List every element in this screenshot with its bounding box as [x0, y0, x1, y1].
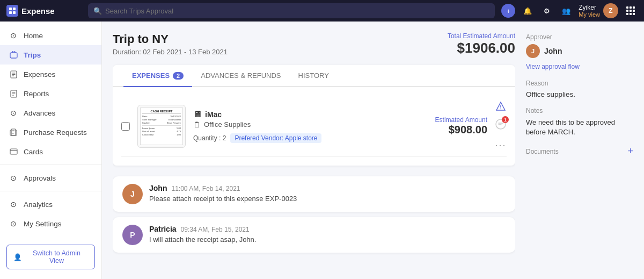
tab-expenses[interactable]: EXPENSES 2 — [123, 65, 192, 87]
expense-info: 🖥 iMac 🗒 Office Supplies Quantity : 2 — [193, 110, 428, 143]
rp-add-document-button[interactable]: + — [627, 146, 633, 157]
trip-total-amount: $1906.00 — [448, 40, 515, 56]
switch-admin-icon: 👤 — [13, 253, 22, 261]
people-button[interactable]: 👥 — [559, 4, 573, 18]
home-icon: ⊙ — [9, 31, 18, 40]
trip-amount-block: Total Estimated Amount $1906.00 — [448, 32, 515, 56]
expenses-icon — [9, 69, 18, 79]
trips-icon — [9, 50, 18, 60]
comment-text-patricia: I will attach the receipt asap, John. — [149, 235, 506, 244]
sidebar-item-my-settings[interactable]: ⊙ My Settings — [0, 214, 101, 233]
vendor-name: Apple store — [285, 134, 318, 142]
sidebar-divider — [0, 164, 101, 165]
purchase-requests-icon — [9, 127, 18, 137]
comment-name-john: John — [149, 184, 167, 192]
notifications-button[interactable]: 🔔 — [521, 4, 535, 18]
comment-time-john: 11:00 AM, Feb 14, 2021 — [171, 185, 240, 192]
rp-reason-value: Office supplies. — [526, 90, 633, 98]
svg-rect-14 — [10, 149, 17, 154]
sidebar-item-purchase-requests[interactable]: Purchase Requests — [0, 123, 101, 142]
expense-icons: 1 ··· — [495, 101, 507, 151]
svg-rect-1 — [13, 8, 16, 10]
estimated-value: $908.00 — [435, 124, 487, 136]
user-profile[interactable]: Zyiker My view Z — [579, 3, 618, 18]
app-name: Expense — [21, 6, 55, 16]
tabs-panel: EXPENSES 2 ADVANCES & REFUNDS HISTORY — [113, 65, 515, 166]
topbar: Expense 🔍 + 🔔 ⚙ 👥 Zyiker My view Z — [0, 0, 644, 22]
comment-name-patricia: Patricia — [149, 225, 177, 233]
expense-category: 🗒 Office Supplies — [193, 120, 428, 129]
view-approval-flow-link[interactable]: View approval flow — [526, 63, 580, 70]
receipt-thumbnail: CASH RECEIPT Date:10/12/2022 Store manag… — [137, 105, 186, 148]
rp-docs-row: Documents + — [526, 146, 633, 157]
sidebar-label-trips: Trips — [24, 51, 41, 59]
svg-rect-0 — [9, 8, 12, 10]
rp-reason-section: Reason Office supplies. — [526, 80, 633, 98]
add-button[interactable]: + — [501, 4, 515, 18]
switch-admin-label: Switch to Admin View — [25, 249, 88, 264]
rp-documents-label: Documents — [526, 148, 559, 155]
trip-main: Trip to NY Duration: 02 Feb 2021 - 13 Fe… — [113, 32, 515, 270]
vendor-badge: Prefered Vendor: Apple store — [230, 133, 321, 143]
sidebar-label-purchase-requests: Purchase Requests — [24, 128, 87, 137]
comment-count: 1 — [502, 116, 509, 123]
cards-icon — [9, 147, 18, 156]
rp-reason-label: Reason — [526, 80, 633, 87]
comment-john: J John 11:00 AM, Feb 14, 2021 Please att… — [113, 176, 515, 212]
trip-info: Trip to NY Duration: 02 Feb 2021 - 13 Fe… — [113, 32, 228, 56]
analytics-icon: ⊙ — [9, 199, 18, 209]
rp-approver-section: Approver J John View approval flow — [526, 33, 633, 71]
sidebar-item-expenses[interactable]: Expenses — [0, 65, 101, 84]
user-avatar: Z — [603, 3, 618, 18]
rp-approver-label: Approver — [526, 33, 633, 41]
logo-icon — [6, 5, 18, 17]
sidebar-label-advances: Advances — [24, 109, 55, 117]
sidebar: ⊙ Home Trips Expenses Reports ⊙ Advances — [0, 22, 102, 279]
sidebar-item-trips[interactable]: Trips — [0, 45, 101, 65]
tab-advances-refunds[interactable]: ADVANCES & REFUNDS — [192, 65, 289, 87]
comment-header-john: John 11:00 AM, Feb 14, 2021 — [149, 184, 506, 192]
search-bar[interactable]: 🔍 — [88, 3, 495, 18]
expense-amount-block: Estimated Amount $908.00 — [435, 116, 487, 136]
sidebar-item-advances[interactable]: ⊙ Advances — [0, 103, 101, 123]
expense-name: 🖥 iMac — [193, 110, 428, 119]
content-area: Trip to NY Duration: 02 Feb 2021 - 13 Fe… — [102, 22, 644, 279]
svg-rect-4 — [10, 53, 17, 58]
sidebar-label-my-settings: My Settings — [24, 220, 62, 228]
rp-documents-section: Documents + — [526, 146, 633, 157]
approvals-icon: ⊙ — [9, 173, 18, 183]
comment-time-patricia: 09:34 AM, Feb 15, 2021 — [181, 226, 250, 233]
search-input[interactable] — [105, 7, 489, 15]
topbar-actions: + 🔔 ⚙ 👥 Zyiker My view Z — [501, 3, 638, 18]
sidebar-item-cards[interactable]: Cards — [0, 142, 101, 161]
comment-body-patricia: Patricia 09:34 AM, Feb 15, 2021 I will a… — [149, 225, 506, 244]
sidebar-item-approvals[interactable]: ⊙ Approvals — [0, 168, 101, 188]
expense-checkbox[interactable] — [121, 122, 130, 131]
switch-admin-button[interactable]: 👤 Switch to Admin View — [6, 245, 95, 269]
rp-notes-section: Notes We need this to be approved before… — [526, 107, 633, 137]
rp-notes-label: Notes — [526, 107, 633, 115]
tab-advances-label: ADVANCES & REFUNDS — [201, 71, 281, 80]
comment-patricia: P Patricia 09:34 AM, Feb 15, 2021 I will… — [113, 217, 515, 253]
main-layout: ⊙ Home Trips Expenses Reports ⊙ Advances — [0, 22, 644, 279]
trip-total-label: Total Estimated Amount — [448, 32, 515, 40]
expense-more-button[interactable]: ··· — [495, 140, 506, 151]
comment-indicator: 1 — [495, 118, 507, 132]
rp-approver-name: John — [544, 47, 562, 55]
reports-icon — [9, 89, 18, 98]
tab-content: CASH RECEIPT Date:10/12/2022 Store manag… — [113, 87, 515, 166]
vendor-label: Prefered Vendor: — [235, 134, 283, 142]
content-inner: Trip to NY Duration: 02 Feb 2021 - 13 Fe… — [102, 22, 644, 279]
sidebar-item-analytics[interactable]: ⊙ Analytics — [0, 195, 101, 214]
settings-button[interactable]: ⚙ — [540, 4, 554, 18]
sidebar-item-home[interactable]: ⊙ Home — [0, 26, 101, 45]
my-settings-icon: ⊙ — [9, 219, 18, 228]
sidebar-label-reports: Reports — [24, 90, 49, 98]
sidebar-item-reports[interactable]: Reports — [0, 84, 101, 103]
tab-history[interactable]: HISTORY — [290, 65, 338, 87]
sidebar-label-cards: Cards — [24, 148, 43, 156]
approver-avatar: J — [526, 44, 540, 58]
grid-apps-button[interactable] — [624, 4, 638, 18]
grid-icon — [626, 6, 635, 15]
estimated-label: Estimated Amount — [435, 116, 487, 124]
